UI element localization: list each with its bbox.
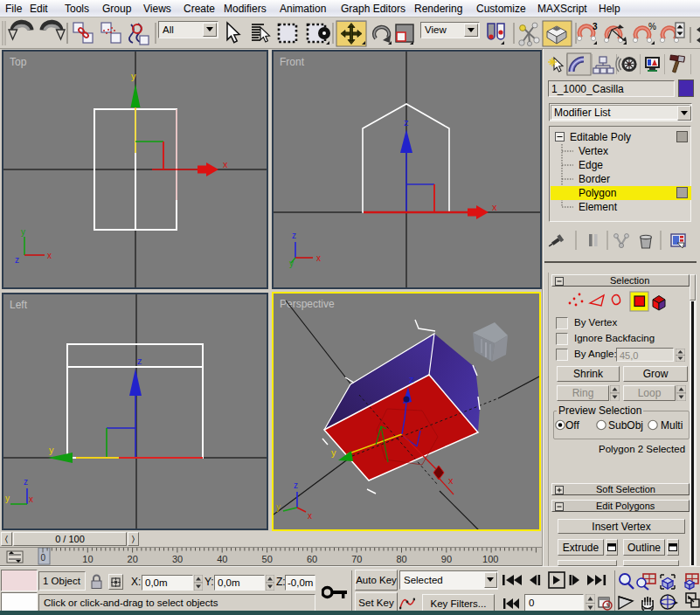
svg-text:70: 70 <box>351 554 362 564</box>
svg-text:60: 60 <box>307 554 317 564</box>
svg-text:z: z <box>404 117 409 128</box>
svg-text:y: y <box>131 71 136 81</box>
svg-text:x: x <box>448 475 454 486</box>
svg-text:100: 100 <box>482 554 498 564</box>
svg-text:x: x <box>316 253 321 263</box>
svg-text:20: 20 <box>128 554 138 564</box>
svg-text:3: 3 <box>593 22 598 31</box>
svg-text:30: 30 <box>172 554 183 564</box>
svg-text:y: y <box>276 502 281 512</box>
svg-text:Left: Left <box>10 299 28 311</box>
svg-text:z: z <box>292 231 296 240</box>
svg-text:x: x <box>47 251 52 260</box>
svg-text:%: % <box>648 22 656 31</box>
svg-text:x: x <box>29 494 33 504</box>
svg-text:y: y <box>289 259 294 268</box>
svg-text:y: y <box>331 447 336 458</box>
svg-text:x: x <box>223 159 228 169</box>
svg-text:40: 40 <box>217 554 227 564</box>
svg-text:0: 0 <box>41 553 46 563</box>
svg-text:10: 10 <box>82 554 93 564</box>
svg-text:x: x <box>492 202 497 212</box>
svg-text:z: z <box>137 356 142 366</box>
svg-text:z: z <box>409 374 414 384</box>
svg-text:80: 80 <box>397 554 407 564</box>
svg-text:y: y <box>49 445 54 455</box>
svg-text:y: y <box>21 227 25 237</box>
svg-text:50: 50 <box>262 554 273 564</box>
svg-text:90: 90 <box>441 554 452 564</box>
svg-text:y: y <box>5 494 10 503</box>
svg-text:z: z <box>15 255 19 265</box>
svg-text:z: z <box>294 480 298 490</box>
svg-text:z: z <box>24 477 28 487</box>
svg-text:x: x <box>308 511 312 521</box>
svg-text:Top: Top <box>10 56 27 68</box>
svg-text:Front: Front <box>280 56 305 68</box>
